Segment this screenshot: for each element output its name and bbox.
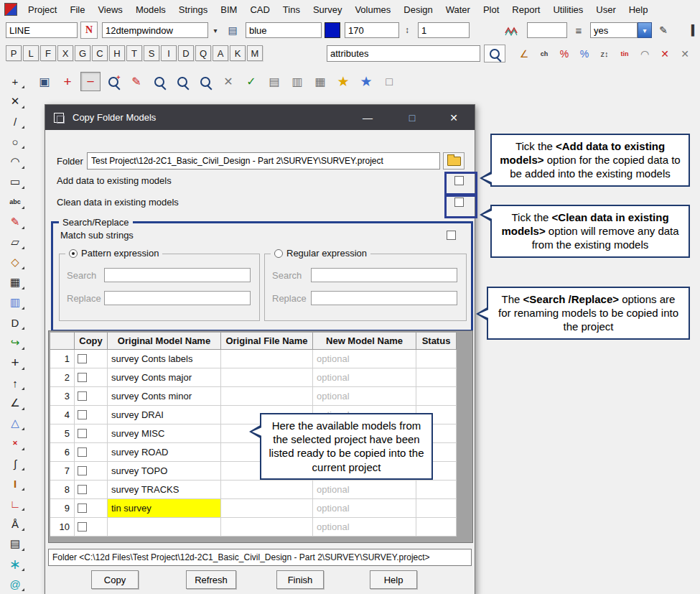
window-dropdown-icon[interactable]: ▾ <box>210 22 221 38</box>
circle-icon[interactable]: ○ <box>4 132 27 151</box>
model-name-cell[interactable] <box>108 518 221 537</box>
yes-no-input[interactable] <box>590 22 638 38</box>
menu-volumes[interactable]: Volumes <box>348 4 397 15</box>
save-icon[interactable]: ▣ <box>34 72 55 91</box>
menu-cad[interactable]: CAD <box>243 4 276 15</box>
snap-info-button[interactable]: I <box>161 45 177 61</box>
rect-icon[interactable]: ▭ <box>4 172 27 191</box>
snap-grid-button[interactable]: G <box>75 45 90 61</box>
corner-ruler-icon[interactable]: ∟ <box>4 494 27 513</box>
menu-bim[interactable]: BIM <box>214 4 243 15</box>
menu-plot[interactable]: Plot <box>477 4 505 15</box>
model-name-cell[interactable]: survey TOPO <box>108 462 221 481</box>
move-cross-icon[interactable]: + <box>4 353 27 372</box>
minus-view-icon[interactable]: − <box>80 72 101 91</box>
arc-icon[interactable]: ◠ <box>4 152 27 171</box>
lasso-icon[interactable]: ▱ <box>4 233 27 251</box>
model-name-cell-highlighted[interactable]: tin survey <box>108 499 221 518</box>
line-type-input[interactable] <box>6 22 78 38</box>
snap-point-button[interactable]: P <box>6 45 22 61</box>
new-model-cell[interactable]: optional <box>313 518 416 537</box>
close-icon[interactable]: ✕ <box>433 105 475 130</box>
menu-utilities[interactable]: Utilities <box>546 4 589 15</box>
model-name-cell[interactable]: survey MISC <box>108 424 221 443</box>
copy-cell[interactable] <box>75 462 108 481</box>
angle-input[interactable] <box>345 22 399 38</box>
grid-icon[interactable]: ▦ <box>4 273 27 292</box>
pattern-search-input[interactable] <box>104 268 251 282</box>
snap-x-gray-icon[interactable]: ✕ <box>676 45 694 62</box>
copy-pages-icon[interactable]: ▥ <box>287 72 307 91</box>
star-yellow-icon[interactable]: ★ <box>333 72 353 91</box>
snap-tin-button[interactable]: T <box>126 45 142 61</box>
pages-icon[interactable]: ▤ <box>224 22 241 39</box>
match-sub-strings-checkbox[interactable] <box>447 231 456 240</box>
chainage-icon[interactable]: ch <box>536 45 553 62</box>
drape-d-icon[interactable]: D <box>4 313 27 332</box>
row-number[interactable]: 2 <box>50 368 75 387</box>
menu-views[interactable]: Views <box>91 4 129 15</box>
regular-search-input[interactable] <box>311 268 457 282</box>
new-model-cell[interactable]: optional <box>313 350 416 368</box>
snap-line-button[interactable]: L <box>23 45 39 61</box>
new-model-cell[interactable]: optional <box>313 481 416 499</box>
model-name-cell[interactable]: survey Conts minor <box>108 387 221 406</box>
percent-red-icon[interactable]: % <box>556 45 573 62</box>
window-name-input[interactable] <box>102 22 208 38</box>
copy-cell[interactable] <box>75 443 108 462</box>
angle-icon[interactable]: ∠ <box>4 394 27 412</box>
maximize-icon[interactable]: □ <box>394 105 430 130</box>
accept-tick-icon[interactable]: ✓ <box>241 72 261 91</box>
z-spinner-icon[interactable]: ↕ <box>401 22 414 38</box>
row-number[interactable]: 9 <box>50 499 75 518</box>
snap-cursor-button[interactable]: C <box>92 45 108 61</box>
arc-fit-icon[interactable]: ◠ <box>636 45 653 62</box>
menu-user[interactable]: User <box>589 4 622 15</box>
menu-water[interactable]: Water <box>439 4 477 15</box>
row-number[interactable]: 10 <box>50 518 75 537</box>
hook-arrow-icon[interactable]: ↪ <box>4 333 27 352</box>
model-name-cell[interactable]: survey ROAD <box>108 443 221 462</box>
row-number[interactable]: 5 <box>50 424 75 443</box>
row-number[interactable]: 7 <box>50 462 75 481</box>
minimize-icon[interactable]: — <box>350 105 386 130</box>
print-icon[interactable]: ▤ <box>264 72 284 91</box>
raise-arrow-icon[interactable]: ↑ <box>4 373 27 392</box>
window-icon[interactable]: □ <box>379 72 399 91</box>
row-number[interactable]: 8 <box>50 481 75 499</box>
snap-fence-button[interactable]: F <box>40 45 56 61</box>
flag-triangle-icon[interactable]: △ <box>4 414 27 432</box>
copy-cell[interactable] <box>75 518 108 537</box>
brush-icon[interactable]: ✎ <box>4 213 27 231</box>
copy-checkbox[interactable] <box>78 429 87 438</box>
line-icon[interactable]: / <box>4 112 27 131</box>
copy-checkbox[interactable] <box>78 373 87 382</box>
model-name-cell[interactable]: survey Conts labels <box>108 350 221 368</box>
extra-input[interactable] <box>527 22 567 38</box>
new-model-cell[interactable]: optional <box>313 387 416 406</box>
percent-blue-icon[interactable]: % <box>576 45 593 62</box>
copy-checkbox[interactable] <box>78 485 87 494</box>
snap-depth-button[interactable]: D <box>178 45 194 61</box>
copy-checkbox[interactable] <box>78 522 87 532</box>
menu-models[interactable]: Models <box>129 4 172 15</box>
snap-x-red-icon[interactable]: ✕ <box>656 45 673 62</box>
attributes-input[interactable] <box>327 45 480 62</box>
yes-dropdown-icon[interactable]: ▾ <box>638 22 652 38</box>
row-number[interactable]: 6 <box>50 443 75 462</box>
model-name-cell[interactable]: survey Conts major <box>108 368 221 387</box>
help-button[interactable]: Help <box>370 570 417 589</box>
copy-cell[interactable] <box>75 424 108 443</box>
redraw-icon[interactable]: ✎ <box>126 72 146 91</box>
row-number[interactable]: 3 <box>50 387 75 406</box>
browse-folder-icon[interactable] <box>443 152 465 170</box>
copy-cell[interactable] <box>75 499 108 518</box>
menu-design[interactable]: Design <box>397 4 439 15</box>
notepad-n-icon[interactable]: N <box>80 22 98 39</box>
burst-icon[interactable]: ∗ <box>4 554 27 573</box>
copy-cell[interactable] <box>75 387 108 406</box>
list-menu-icon[interactable]: ≡ <box>571 22 586 38</box>
traverse-icon[interactable]: Å <box>4 514 27 533</box>
copy-checkbox[interactable] <box>78 503 87 513</box>
i-beam-icon[interactable]: I <box>4 474 27 493</box>
